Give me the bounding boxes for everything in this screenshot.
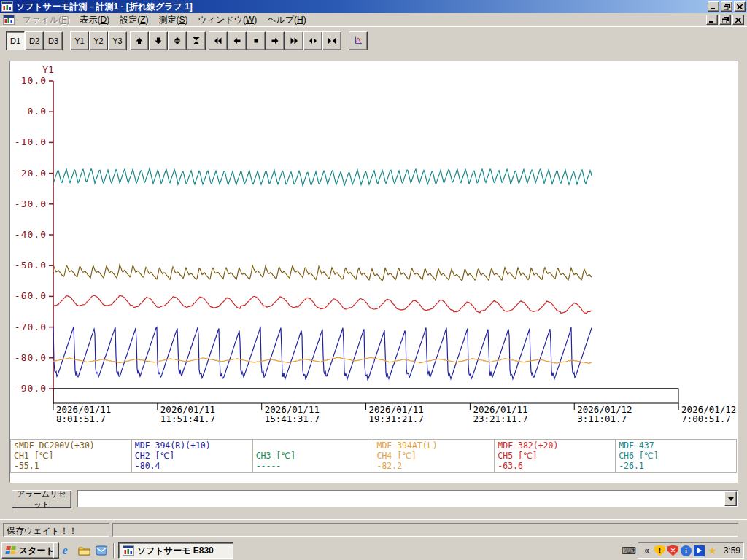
graph-settings-icon	[354, 34, 363, 47]
mdi-minimize-button[interactable]	[706, 15, 718, 25]
legend-value-ch3: -----	[256, 461, 371, 471]
stop-icon	[252, 34, 260, 48]
media-play-icon[interactable]	[694, 545, 705, 556]
channel-legend: sMDF-DC200V(+30)CH1 [℃]-55.1MDF-394(R)(+…	[10, 439, 737, 473]
status-message: 保存ウェイト！！	[3, 523, 109, 537]
trace-ch1	[53, 265, 592, 281]
legend-cell-ch5[interactable]: MDF-382(+20)CH5 [℃]-63.6	[495, 439, 616, 473]
trace-ch2	[53, 327, 592, 380]
status-panel-empty	[112, 523, 738, 537]
combobox-dropdown-button[interactable]	[724, 491, 737, 506]
legend-value-ch1: -55.1	[14, 461, 128, 471]
menu-item-3[interactable]: 測定(S)	[153, 13, 193, 27]
compress-vertical-icon	[192, 34, 201, 48]
task-button-softthermo[interactable]: ソフトサーモ E830	[118, 542, 233, 559]
legend-cell-ch3[interactable]: CH3 [℃]-----	[253, 439, 374, 473]
x-tick-time: 11:51:41.7	[160, 413, 215, 424]
legend-channel-ch2: CH2 [℃]	[135, 451, 249, 461]
info-balloon-icon[interactable]: i	[681, 545, 692, 556]
folder-icon[interactable]	[77, 544, 90, 557]
close-button[interactable]	[734, 1, 746, 12]
toolbar-button-d1[interactable]: D1	[6, 31, 25, 50]
chevron-down-icon	[728, 497, 734, 501]
window-title: ソフトサーモ計測－計測1 - [折れ線グラフ 1]	[16, 1, 708, 13]
legend-channel-ch4: CH4 [℃]	[376, 451, 491, 461]
rewind-icon	[214, 34, 222, 48]
step-left-button[interactable]	[228, 31, 247, 50]
up-arrow-button[interactable]	[130, 31, 149, 50]
star-icon[interactable]: ★	[707, 545, 718, 556]
restore-button[interactable]	[721, 1, 732, 12]
security-warning-shield-icon[interactable]: !	[654, 545, 665, 556]
expand-horizontal-icon	[309, 34, 317, 48]
x-tick-time: 19:31:21.7	[369, 413, 424, 424]
security-alert-shield-icon[interactable]: ✕	[667, 545, 678, 556]
task-button-label: ソフトサーモ E830	[137, 545, 214, 557]
menu-item-1[interactable]: 表示(D)	[74, 13, 115, 27]
mdi-close-button[interactable]	[732, 15, 744, 25]
start-button-label: スタート	[19, 545, 55, 557]
start-button[interactable]: スタート	[1, 542, 59, 559]
alarm-combobox[interactable]	[77, 490, 738, 508]
toolbar-button-y3[interactable]: Y3	[108, 31, 127, 50]
outlook-icon[interactable]	[95, 544, 108, 557]
expand-horizontal-button[interactable]	[303, 31, 322, 50]
legend-title-ch2: MDF-394(R)(+10)	[135, 440, 249, 451]
rewind-button[interactable]	[209, 31, 228, 50]
windows-logo-icon	[5, 546, 18, 556]
toolbar-button-d3[interactable]: D3	[44, 31, 63, 50]
legend-cell-ch1[interactable]: sMDF-DC200V(+30)CH1 [℃]-55.1	[10, 439, 132, 473]
fast-forward-button[interactable]	[285, 31, 303, 50]
mdi-restore-button[interactable]	[719, 15, 731, 25]
alarm-reset-button[interactable]: アラームリセット	[12, 490, 71, 508]
graph-settings-button[interactable]	[349, 31, 368, 50]
expand-vertical-icon	[173, 34, 182, 48]
x-tick-time: 23:21:11.7	[473, 413, 527, 424]
legend-title-ch3	[256, 440, 371, 451]
taskbar-clock[interactable]: 3:59	[724, 545, 740, 556]
down-arrow-button[interactable]	[149, 31, 168, 50]
legend-cell-ch2[interactable]: MDF-394(R)(+10)CH2 [℃]-80.4	[132, 439, 253, 473]
client-area: Y110.00.0-10.0-20.0-30.0-40.0-50.0-60.0-…	[0, 54, 747, 519]
legend-value-ch4: -82.2	[376, 461, 491, 471]
toolbar-button-d2[interactable]: D2	[25, 31, 44, 50]
expand-vertical-button[interactable]	[168, 31, 187, 50]
app-icon	[1, 1, 13, 12]
toolbar: D1D2D3Y1Y2Y3	[0, 26, 747, 54]
keyboard-layout-icon[interactable]: ⌨	[622, 545, 636, 556]
y-tick-label: -10.0	[15, 136, 47, 147]
y-tick-label: -80.0	[15, 352, 47, 363]
collapse-tray-icon[interactable]: «	[641, 545, 652, 556]
alarm-row: アラームリセット	[0, 483, 747, 517]
menu-items: ファイル(F)表示(D)設定(Z)測定(S)ウィンドウ(W)ヘルプ(H)	[18, 13, 311, 27]
mdi-child-icon[interactable]	[3, 15, 15, 25]
stop-button[interactable]	[247, 31, 266, 50]
legend-cell-ch4[interactable]: MDF-394AT(L)CH4 [℃]-82.2	[374, 439, 495, 473]
step-right-icon	[271, 34, 279, 48]
legend-cell-ch6[interactable]: MDF-437CH6 [℃]-26.1	[616, 439, 737, 473]
step-left-icon	[233, 34, 241, 48]
compress-horizontal-button[interactable]	[322, 31, 341, 50]
legend-value-ch2: -80.4	[135, 461, 249, 471]
menu-item-2[interactable]: 設定(Z)	[115, 13, 153, 27]
y-tick-label: -20.0	[15, 168, 47, 179]
system-tray: « ! ✕ i ★ 3:59	[638, 542, 744, 559]
y-tick-label: -70.0	[15, 322, 47, 332]
taskbar-separator	[53, 543, 54, 558]
toolbar-button-y1[interactable]: Y1	[70, 31, 89, 50]
toolbar-button-y2[interactable]: Y2	[89, 31, 108, 50]
legend-value-ch6: -26.1	[619, 461, 733, 471]
down-arrow-icon	[154, 34, 163, 48]
menu-item-0[interactable]: ファイル(F)	[18, 13, 74, 27]
line-graph-panel: Y110.00.0-10.0-20.0-30.0-40.0-50.0-60.0-…	[9, 61, 738, 483]
statusbar: 保存ウェイト！！	[0, 519, 747, 538]
menu-item-4[interactable]: ウィンドウ(W)	[193, 13, 263, 27]
y-tick-label: -90.0	[15, 383, 47, 394]
internet-explorer-icon[interactable]: e	[58, 544, 71, 557]
minimize-button[interactable]	[708, 1, 719, 12]
y-tick-label: 0.0	[28, 106, 47, 117]
step-right-button[interactable]	[266, 31, 285, 50]
x-tick-time: 7:00:51.7	[681, 413, 731, 424]
menu-item-5[interactable]: ヘルプ(H)	[262, 13, 311, 27]
compress-vertical-button[interactable]	[187, 31, 206, 50]
